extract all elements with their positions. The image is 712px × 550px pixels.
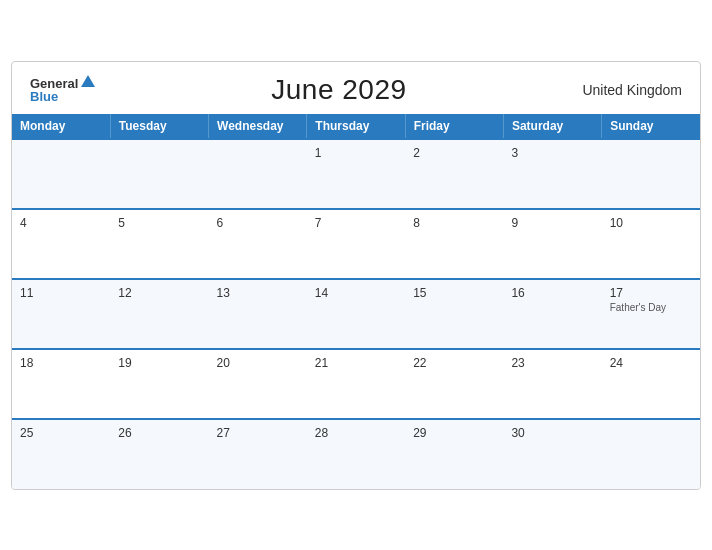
day-event: Father's Day <box>610 302 666 313</box>
calendar-cell: 28 <box>307 419 405 489</box>
day-number: 10 <box>610 216 692 230</box>
calendar-cell: 23 <box>503 349 601 419</box>
calendar-container: General Blue June 2029 United Kingdom Mo… <box>11 61 701 490</box>
header-wednesday: Wednesday <box>209 114 307 139</box>
day-number: 16 <box>511 286 593 300</box>
calendar-cell: 4 <box>12 209 110 279</box>
day-number: 5 <box>118 216 200 230</box>
calendar-cell: 16 <box>503 279 601 349</box>
day-number: 18 <box>20 356 102 370</box>
calendar-cell: 10 <box>602 209 700 279</box>
day-number: 20 <box>217 356 299 370</box>
calendar-week-row: 18192021222324 <box>12 349 700 419</box>
calendar-cell: 24 <box>602 349 700 419</box>
calendar-cell <box>602 419 700 489</box>
calendar-header: General Blue June 2029 United Kingdom <box>12 62 700 114</box>
day-number: 26 <box>118 426 200 440</box>
day-number: 11 <box>20 286 102 300</box>
calendar-cell <box>209 139 307 209</box>
day-number: 8 <box>413 216 495 230</box>
calendar-cell: 17Father's Day <box>602 279 700 349</box>
calendar-cell: 3 <box>503 139 601 209</box>
calendar-cell: 25 <box>12 419 110 489</box>
day-number: 1 <box>315 146 397 160</box>
calendar-cell: 30 <box>503 419 601 489</box>
day-number: 13 <box>217 286 299 300</box>
calendar-title: June 2029 <box>271 74 406 106</box>
calendar-cell: 2 <box>405 139 503 209</box>
calendar-cell: 20 <box>209 349 307 419</box>
day-number: 4 <box>20 216 102 230</box>
header-friday: Friday <box>405 114 503 139</box>
calendar-cell <box>12 139 110 209</box>
calendar-cell: 21 <box>307 349 405 419</box>
header-saturday: Saturday <box>503 114 601 139</box>
calendar-cell: 9 <box>503 209 601 279</box>
calendar-week-row: 252627282930 <box>12 419 700 489</box>
day-number: 25 <box>20 426 102 440</box>
calendar-grid: Monday Tuesday Wednesday Thursday Friday… <box>12 114 700 489</box>
day-number: 27 <box>217 426 299 440</box>
day-number: 29 <box>413 426 495 440</box>
day-number: 6 <box>217 216 299 230</box>
header-thursday: Thursday <box>307 114 405 139</box>
day-number: 7 <box>315 216 397 230</box>
calendar-cell: 27 <box>209 419 307 489</box>
day-number: 24 <box>610 356 692 370</box>
calendar-cell: 26 <box>110 419 208 489</box>
day-number: 23 <box>511 356 593 370</box>
calendar-cell: 22 <box>405 349 503 419</box>
calendar-cell: 15 <box>405 279 503 349</box>
calendar-cell: 12 <box>110 279 208 349</box>
calendar-week-row: 123 <box>12 139 700 209</box>
calendar-cell <box>602 139 700 209</box>
day-number: 28 <box>315 426 397 440</box>
calendar-cell: 18 <box>12 349 110 419</box>
calendar-cell: 1 <box>307 139 405 209</box>
calendar-cell: 14 <box>307 279 405 349</box>
calendar-cell <box>110 139 208 209</box>
logo-general-text: General <box>30 77 78 90</box>
day-number: 22 <box>413 356 495 370</box>
day-number: 9 <box>511 216 593 230</box>
day-number: 2 <box>413 146 495 160</box>
day-number: 14 <box>315 286 397 300</box>
logo: General Blue <box>30 77 95 103</box>
header-tuesday: Tuesday <box>110 114 208 139</box>
calendar-cell: 5 <box>110 209 208 279</box>
calendar-cell: 7 <box>307 209 405 279</box>
day-number: 17 <box>610 286 692 300</box>
calendar-cell: 6 <box>209 209 307 279</box>
calendar-body: 1234567891011121314151617Father's Day181… <box>12 139 700 489</box>
calendar-cell: 13 <box>209 279 307 349</box>
logo-triangle-icon <box>81 75 95 87</box>
day-number: 19 <box>118 356 200 370</box>
calendar-cell: 11 <box>12 279 110 349</box>
day-number: 30 <box>511 426 593 440</box>
calendar-cell: 29 <box>405 419 503 489</box>
calendar-region: United Kingdom <box>582 82 682 98</box>
calendar-week-row: 45678910 <box>12 209 700 279</box>
day-number: 15 <box>413 286 495 300</box>
calendar-cell: 8 <box>405 209 503 279</box>
header-sunday: Sunday <box>602 114 700 139</box>
day-number: 21 <box>315 356 397 370</box>
calendar-cell: 19 <box>110 349 208 419</box>
day-number: 12 <box>118 286 200 300</box>
weekday-header-row: Monday Tuesday Wednesday Thursday Friday… <box>12 114 700 139</box>
calendar-week-row: 11121314151617Father's Day <box>12 279 700 349</box>
header-monday: Monday <box>12 114 110 139</box>
logo-blue-text: Blue <box>30 90 58 103</box>
day-number: 3 <box>511 146 593 160</box>
